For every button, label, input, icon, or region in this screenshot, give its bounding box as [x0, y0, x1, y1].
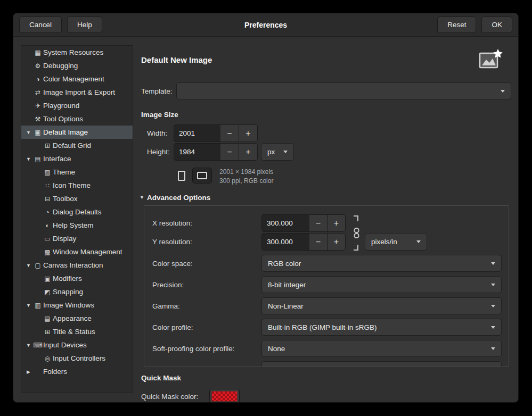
quick-mask-row: Quick Mask color: — [139, 388, 511, 402]
sidebar-item-theme[interactable]: ▨Theme — [21, 165, 133, 179]
sidebar-item-playground[interactable]: ✈Playground — [21, 99, 133, 112]
sidebar-item-default-image[interactable]: ▼▣Default Image — [21, 126, 133, 139]
expander-arrow-icon[interactable]: ▼ — [24, 343, 33, 348]
width-input[interactable] — [174, 124, 220, 142]
appearance-icon: ▤ — [43, 315, 52, 322]
portrait-orientation-button[interactable] — [176, 168, 187, 184]
sidebar-item-default-grid[interactable]: ⊞Default Grid — [21, 139, 133, 152]
height-input[interactable] — [174, 143, 220, 161]
sidebar-item-image-windows[interactable]: ▼▥Image Windows — [21, 298, 133, 312]
expander-arrow-icon[interactable]: ▼ — [24, 303, 33, 308]
landscape-orientation-button[interactable] — [192, 168, 212, 184]
sidebar-item-color-management[interactable]: ◑Color Management — [21, 72, 133, 86]
template-dropdown[interactable] — [176, 82, 511, 99]
y-resolution-decrement-button[interactable]: − — [309, 233, 328, 251]
clipped-dropdown[interactable] — [261, 361, 502, 367]
new-image-icon — [478, 48, 503, 71]
sidebar-item-label: Folders — [43, 368, 67, 376]
gamma-dropdown[interactable]: Non-Linear — [261, 297, 502, 314]
plus-icon: + — [245, 148, 250, 156]
debugging-icon: ⚙ — [33, 62, 43, 70]
sidebar-item-label: Playground — [43, 102, 79, 110]
size-summary-resolution: 300 ppi, RGB color — [219, 177, 273, 186]
sidebar-item-label: Image Import & Export — [43, 88, 115, 96]
sidebar-item-window-management[interactable]: ▩Window Management — [21, 245, 133, 259]
height-increment-button[interactable]: + — [239, 143, 258, 161]
color-space-dropdown[interactable]: RGB color — [261, 255, 502, 272]
y-resolution-increment-button[interactable]: + — [328, 233, 346, 251]
cancel-button[interactable]: Cancel — [19, 16, 62, 33]
page-title: Default New Image — [141, 55, 212, 64]
expander-arrow-icon[interactable]: ▶ — [24, 369, 33, 375]
sidebar-item-label: Appearance — [52, 314, 92, 322]
template-row: Template: — [139, 82, 511, 99]
image-size-heading: Image Size — [139, 111, 511, 120]
sidebar-item-input-devices[interactable]: ▼⌨Input Devices — [21, 338, 133, 352]
expander-arrow-icon[interactable]: ▼ — [24, 156, 33, 162]
height-row: Height: − + px — [139, 143, 511, 161]
plus-icon: + — [334, 238, 339, 246]
color-profile-dropdown[interactable]: Built-in RGB (GIMP built-in sRGB) — [261, 319, 502, 336]
sidebar-item-label: Input Controllers — [52, 354, 105, 362]
expander-arrow-icon[interactable]: ▼ — [24, 130, 33, 135]
orientation-row: 2001 × 1984 pixels 300 ppi, RGB color — [139, 168, 511, 186]
tool-options-icon: ⚒ — [33, 115, 43, 123]
sidebar-item-interface[interactable]: ▼▤Interface — [21, 152, 133, 165]
sidebar-item-label: Debugging — [43, 62, 78, 70]
color-space-label: Color space: — [152, 260, 261, 268]
sidebar-item-input-controllers[interactable]: ◎Input Controllers — [21, 352, 133, 365]
sidebar-item-image-import-export[interactable]: ⇄Image Import & Export — [21, 86, 133, 99]
chevron-down-icon — [491, 347, 495, 350]
sidebar-item-appearance[interactable]: ▤Appearance — [21, 312, 133, 325]
sidebar-item-debugging[interactable]: ⚙Debugging — [21, 59, 133, 72]
width-decrement-button[interactable]: − — [220, 124, 239, 142]
sidebar-item-display[interactable]: ▭Display — [21, 232, 133, 245]
precision-dropdown[interactable]: 8-bit integer — [261, 276, 502, 293]
sidebar-item-tool-options[interactable]: ⚒Tool Options — [21, 112, 133, 126]
headerbar-left: Cancel Help — [19, 16, 102, 33]
sidebar-item-label: Window Management — [52, 248, 122, 256]
advanced-options-expander[interactable]: ▼ Advanced Options — [139, 193, 511, 202]
sidebar-item-system-resources[interactable]: ▦System Resources — [21, 46, 133, 59]
reset-button[interactable]: Reset — [437, 16, 476, 33]
chevron-down-icon — [491, 262, 495, 265]
sidebar-item-canvas-interaction[interactable]: ▼▢Canvas Interaction — [21, 259, 133, 272]
plus-icon: + — [334, 219, 339, 228]
quick-mask-color-swatch[interactable] — [209, 389, 240, 402]
sidebar-item-help-system[interactable]: ◐Help System — [21, 219, 133, 232]
resolution-unit-dropdown[interactable]: pixels/in — [365, 233, 427, 251]
ok-button[interactable]: OK — [481, 16, 512, 33]
precision-row: Precision:8-bit integer — [144, 276, 509, 293]
sidebar-item-icon-theme[interactable]: ∷Icon Theme — [21, 179, 133, 192]
soft-proofing-color-profile-dropdown[interactable]: None — [261, 340, 502, 357]
quick-mask-color-checkerboard — [211, 391, 238, 402]
sidebar-item-modifiers[interactable]: ▣Modifiers — [21, 272, 133, 285]
system-resources-icon: ▦ — [33, 49, 43, 56]
x-resolution-decrement-button[interactable]: − — [309, 214, 328, 232]
sidebar-item-toolbox[interactable]: ⊟Toolbox — [21, 192, 133, 205]
sidebar-item-title-status[interactable]: ⊞Title & Status — [21, 325, 133, 338]
help-button[interactable]: Help — [67, 16, 102, 33]
sidebar-item-label: Display — [52, 235, 76, 243]
chain-link-icon[interactable] — [352, 214, 361, 252]
width-increment-button[interactable]: + — [239, 124, 258, 142]
minus-icon: − — [227, 129, 232, 138]
sidebar-item-dialog-defaults[interactable]: ◔Dialog Defaults — [21, 205, 133, 219]
sidebar-item-label: Toolbox — [52, 195, 78, 203]
expander-arrow-icon[interactable]: ▼ — [24, 263, 33, 268]
chevron-down-icon — [491, 305, 495, 307]
minus-icon: − — [316, 219, 321, 228]
y-resolution-input[interactable] — [261, 233, 309, 251]
x-resolution-increment-button[interactable]: + — [328, 214, 346, 232]
size-unit-dropdown[interactable]: px — [261, 143, 294, 161]
advanced-options-frame: X resolution: − + Y resolution: − + pixe… — [144, 205, 509, 367]
precision-label: Precision: — [152, 281, 261, 289]
sidebar-item-label: Title & Status — [52, 328, 95, 336]
height-decrement-button[interactable]: − — [220, 143, 239, 161]
sidebar-tree: ▦System Resources⚙Debugging◑Color Manage… — [21, 45, 133, 393]
sidebar-item-snapping[interactable]: ◩Snapping — [21, 285, 133, 298]
sidebar-item-folders[interactable]: ▶Folders — [21, 365, 133, 378]
sidebar-item-label: Tool Options — [43, 115, 83, 123]
x-resolution-input[interactable] — [261, 214, 309, 232]
input-controllers-icon: ◎ — [43, 355, 52, 362]
